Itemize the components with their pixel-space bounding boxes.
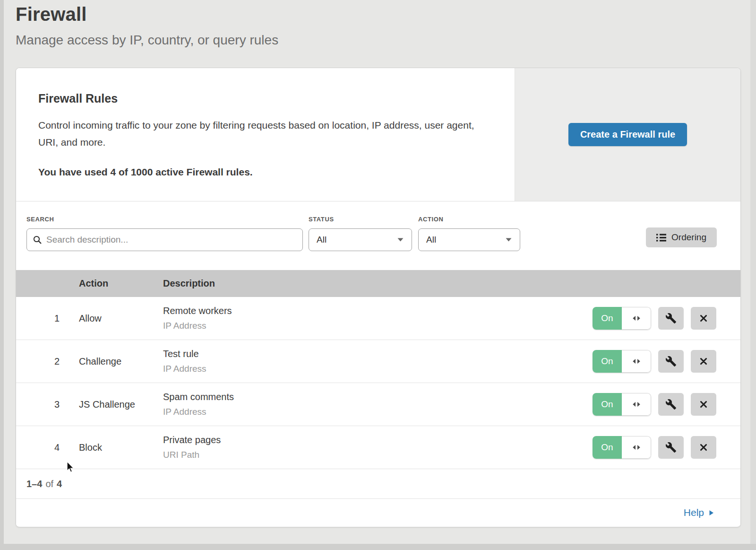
rule-field: IP Address <box>163 407 592 417</box>
pagination-range: 1–4 <box>26 479 42 489</box>
pagination-of: of <box>45 479 53 489</box>
rule-priority: 3 <box>16 399 79 410</box>
edit-rule-button[interactable] <box>658 350 684 373</box>
rule-priority: 4 <box>16 442 79 453</box>
action-label: ACTION <box>418 216 520 223</box>
window-edge-right <box>750 0 756 550</box>
rule-action: JS Challenge <box>79 399 163 410</box>
x-icon <box>698 356 709 367</box>
ordering-button[interactable]: Ordering <box>646 227 717 247</box>
overview-text-panel: Firewall Rules Control incoming traffic … <box>16 68 515 201</box>
chevron-down-icon <box>505 237 512 242</box>
overview-title: Firewall Rules <box>38 92 496 105</box>
ordering-button-label: Ordering <box>671 232 706 243</box>
action-filter: ACTION All <box>418 216 520 251</box>
help-link-label: Help <box>684 507 704 518</box>
x-icon <box>698 399 709 410</box>
pagination-total: 4 <box>57 479 62 489</box>
toggle-on-label: On <box>593 436 622 459</box>
overview-description: Control incoming traffic to your zone by… <box>38 117 485 150</box>
horizontal-arrows-icon[interactable] <box>622 350 651 373</box>
search-box[interactable] <box>26 228 303 251</box>
window-edge-bottom <box>0 544 756 550</box>
toggle-on-label: On <box>593 393 622 416</box>
rule-field: IP Address <box>163 364 592 374</box>
rule-enabled-toggle[interactable]: On <box>593 307 651 330</box>
action-select[interactable]: All <box>418 228 520 251</box>
filters-bar: SEARCH STATUS All ACTION All <box>16 201 740 270</box>
rule-field: IP Address <box>163 321 592 331</box>
triangle-right-icon <box>709 510 714 516</box>
status-label: STATUS <box>309 216 412 223</box>
table-row: 2 Challenge Test rule IP Address On <box>16 340 740 383</box>
list-icon <box>656 234 666 242</box>
status-select[interactable]: All <box>309 228 412 251</box>
rule-priority: 2 <box>16 356 79 367</box>
table-body: 1 Allow Remote workers IP Address On <box>16 297 740 469</box>
rule-enabled-toggle[interactable]: On <box>593 436 651 459</box>
overview-section: Firewall Rules Control incoming traffic … <box>16 68 740 201</box>
edit-rule-button[interactable] <box>658 307 684 330</box>
status-select-value: All <box>317 235 326 245</box>
status-filter: STATUS All <box>309 216 412 251</box>
x-icon <box>698 313 709 323</box>
delete-rule-button[interactable] <box>691 350 716 373</box>
rule-description: Private pages <box>163 435 592 445</box>
horizontal-arrows-icon[interactable] <box>622 393 651 416</box>
search-icon <box>33 235 42 244</box>
horizontal-arrows-icon[interactable] <box>622 436 651 459</box>
wrench-icon <box>665 313 677 324</box>
search-filter: SEARCH <box>26 216 303 251</box>
rule-action: Allow <box>79 313 163 324</box>
search-label: SEARCH <box>26 216 303 223</box>
usage-summary: You have used 4 of 1000 active Firewall … <box>38 166 496 178</box>
column-header-description: Description <box>163 278 592 289</box>
page-title: Firewall <box>16 4 756 25</box>
rule-description: Test rule <box>163 349 592 359</box>
table-row: 3 JS Challenge Spam comments IP Address … <box>16 383 740 426</box>
rule-priority: 1 <box>16 313 79 324</box>
rule-action: Block <box>79 442 163 453</box>
action-select-value: All <box>426 235 436 245</box>
pagination: 1–4 of 4 <box>16 469 740 499</box>
page-subtitle: Manage access by IP, country, or query r… <box>16 33 756 48</box>
column-header-action: Action <box>79 278 163 289</box>
search-input[interactable] <box>46 235 297 245</box>
table-row: 1 Allow Remote workers IP Address On <box>16 297 740 340</box>
create-rule-panel: Create a Firewall rule <box>515 68 740 201</box>
create-firewall-rule-button[interactable]: Create a Firewall rule <box>568 123 687 146</box>
wrench-icon <box>665 442 677 453</box>
help-link[interactable]: Help <box>684 507 714 518</box>
x-icon <box>698 442 709 453</box>
delete-rule-button[interactable] <box>691 307 716 330</box>
rule-description: Remote workers <box>163 306 592 316</box>
rule-enabled-toggle[interactable]: On <box>593 350 651 373</box>
rule-field: URI Path <box>163 450 592 460</box>
horizontal-arrows-icon[interactable] <box>622 307 651 330</box>
page-header: Firewall Manage access by IP, country, o… <box>0 0 756 48</box>
delete-rule-button[interactable] <box>691 436 716 459</box>
chevron-down-icon <box>397 237 404 242</box>
table-header: Action Description <box>16 270 740 297</box>
wrench-icon <box>665 356 677 367</box>
toggle-on-label: On <box>593 350 622 373</box>
window-edge-left <box>0 0 4 550</box>
rule-action: Challenge <box>79 356 163 367</box>
rule-description: Spam comments <box>163 392 592 402</box>
edit-rule-button[interactable] <box>658 393 684 416</box>
table-row: 4 Block Private pages URI Path On <box>16 426 740 469</box>
wrench-icon <box>665 399 677 410</box>
firewall-rules-card: Firewall Rules Control incoming traffic … <box>16 68 741 527</box>
edit-rule-button[interactable] <box>658 436 684 459</box>
delete-rule-button[interactable] <box>691 393 716 416</box>
card-footer: Help <box>16 499 740 526</box>
toggle-on-label: On <box>593 307 622 330</box>
rule-enabled-toggle[interactable]: On <box>593 393 651 416</box>
